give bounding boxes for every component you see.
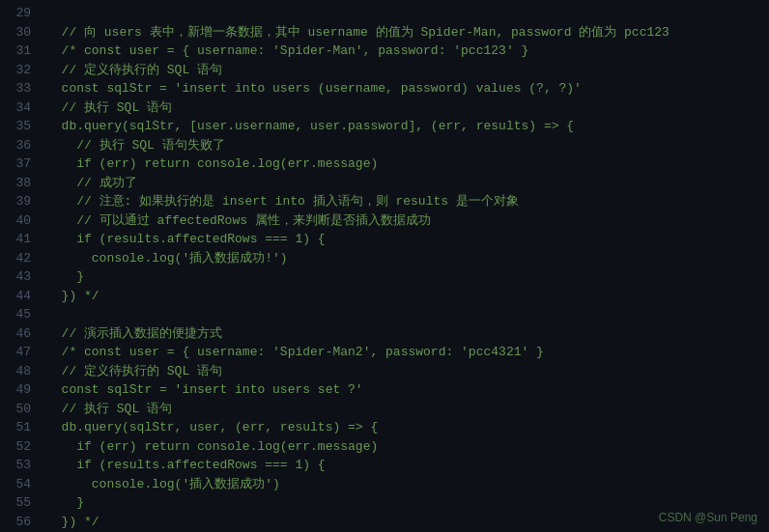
code-line-54: console.log('插入数据成功') (46, 475, 759, 494)
code-line-34: // 执行 SQL 语句 (46, 98, 759, 118)
code-line-38: // 成功了 (46, 174, 759, 193)
code-line-53: if (results.affectedRows === 1) { (46, 456, 759, 475)
code-line-49: const sqlStr = 'insert into users set ?' (46, 380, 759, 400)
line-number: 47 (10, 343, 31, 362)
code-line-40: // 可以通过 affectedRows 属性，来判断是否插入数据成功 (46, 211, 759, 231)
line-number: 53 (10, 456, 31, 475)
code-line-39: // 注意: 如果执行的是 insert into 插入语句，则 results… (46, 192, 759, 211)
line-numbers: 29 30 31 32 33 34 35 36 37 38 39 40 41 4… (0, 4, 41, 532)
line-number: 35 (10, 117, 31, 136)
watermark: CSDN @Sun Peng (659, 511, 757, 524)
line-number: 38 (10, 174, 31, 193)
line-number: 55 (10, 493, 31, 513)
line-number: 52 (10, 437, 31, 457)
line-number: 33 (10, 79, 31, 98)
line-number: 31 (10, 42, 31, 61)
line-number: 44 (10, 287, 31, 306)
line-number: 50 (10, 400, 31, 419)
code-editor: 29 30 31 32 33 34 35 36 37 38 39 40 41 4… (0, 0, 769, 532)
line-number: 56 (10, 513, 31, 532)
line-number: 39 (10, 192, 31, 211)
line-number: 45 (10, 305, 31, 324)
line-number: 30 (10, 23, 31, 42)
line-number: 42 (10, 249, 31, 268)
code-line-29 (46, 4, 759, 23)
code-line-41: if (results.affectedRows === 1) { (46, 230, 759, 249)
code-line-45 (46, 305, 759, 324)
code-line-46: // 演示插入数据的便捷方式 (46, 324, 759, 344)
code-line-37: if (err) return console.log(err.message) (46, 154, 759, 174)
line-number: 46 (10, 324, 31, 344)
code-line-42: console.log('插入数据成功!') (46, 249, 759, 268)
line-number: 54 (10, 475, 31, 494)
code-line-33: const sqlStr = 'insert into users (usern… (46, 79, 759, 98)
code-line-55: } (46, 493, 759, 513)
line-number: 49 (10, 380, 31, 400)
code-line-51: db.query(sqlStr, user, (err, results) =>… (46, 418, 759, 437)
code-line-32: // 定义待执行的 SQL 语句 (46, 61, 759, 80)
code-line-48: // 定义待执行的 SQL 语句 (46, 362, 759, 381)
code-line-30: // 向 users 表中，新增一条数据，其中 username 的值为 Spi… (46, 23, 759, 42)
line-number: 40 (10, 211, 31, 231)
code-line-44: }) */ (46, 287, 759, 306)
code-line-52: if (err) return console.log(err.message) (46, 437, 759, 457)
code-line-56: }) */ (46, 513, 759, 532)
line-number: 51 (10, 418, 31, 437)
code-line-47: /* const user = { username: 'Spider-Man2… (46, 343, 759, 362)
line-number: 41 (10, 230, 31, 249)
code-line-43: } (46, 267, 759, 287)
code-line-36: // 执行 SQL 语句失败了 (46, 136, 759, 155)
line-number: 34 (10, 98, 31, 118)
code-lines: // 向 users 表中，新增一条数据，其中 username 的值为 Spi… (41, 4, 769, 532)
code-line-35: db.query(sqlStr, [user.username, user.pa… (46, 117, 759, 136)
code-container: 29 30 31 32 33 34 35 36 37 38 39 40 41 4… (0, 0, 769, 532)
line-number: 36 (10, 136, 31, 155)
line-number: 48 (10, 362, 31, 381)
line-number: 37 (10, 154, 31, 174)
line-number: 43 (10, 267, 31, 287)
code-line-31: /* const user = { username: 'Spider-Man'… (46, 42, 759, 61)
line-number: 29 (10, 4, 31, 23)
code-line-50: // 执行 SQL 语句 (46, 400, 759, 419)
line-number: 32 (10, 61, 31, 80)
